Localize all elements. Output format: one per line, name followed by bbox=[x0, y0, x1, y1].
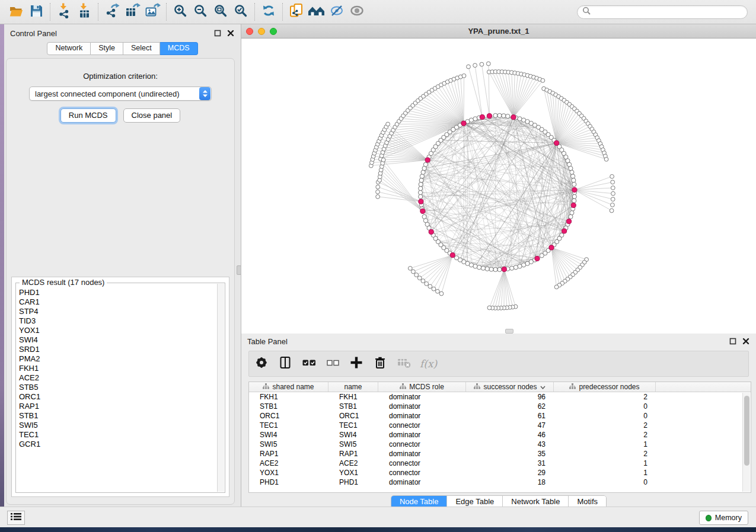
zoom-out-icon bbox=[193, 4, 208, 20]
delete-column-button[interactable] bbox=[372, 356, 388, 371]
close-panel-icon[interactable] bbox=[742, 337, 750, 345]
table-row[interactable]: PHD1PHD1dominator180 bbox=[249, 477, 751, 487]
mcds-result-item[interactable]: CAR1 bbox=[19, 297, 216, 307]
close-panel-button[interactable]: Close panel bbox=[123, 108, 181, 123]
table-row[interactable]: RAP1RAP1dominator352 bbox=[249, 449, 751, 459]
mcds-result-item[interactable]: PMA2 bbox=[19, 354, 216, 364]
column-header-name[interactable]: name bbox=[328, 382, 378, 392]
mcds-result-item[interactable]: TEC1 bbox=[19, 430, 216, 440]
mcds-result-item[interactable]: SWI5 bbox=[19, 421, 216, 430]
gear-icon bbox=[254, 355, 269, 372]
cell-name: ACE2 bbox=[328, 459, 378, 468]
tab-mcds[interactable]: MCDS bbox=[160, 42, 198, 55]
zoom-in-button[interactable] bbox=[170, 2, 190, 21]
refresh-button[interactable] bbox=[259, 2, 279, 21]
node-table-header: shared namenameMCDS rolesuccessor nodesp… bbox=[249, 382, 751, 392]
eye-slash-icon bbox=[329, 4, 344, 20]
search-input[interactable] bbox=[594, 8, 742, 16]
mcds-result-item[interactable]: ORC1 bbox=[19, 392, 216, 402]
cell-successor-nodes: 61 bbox=[466, 411, 554, 421]
mcds-result-item[interactable]: STP4 bbox=[19, 307, 216, 316]
deselect-all-button[interactable] bbox=[325, 356, 340, 371]
table-row[interactable]: SWI4SWI4dominator462 bbox=[249, 430, 751, 440]
navigator-button[interactable] bbox=[307, 2, 327, 21]
cell-mcds-role: connector bbox=[378, 421, 466, 430]
column-header-predecessor-nodes[interactable]: predecessor nodes bbox=[554, 382, 656, 392]
float-panel-icon[interactable] bbox=[729, 337, 737, 345]
float-panel-icon[interactable] bbox=[213, 29, 222, 37]
mcds-result-item[interactable]: RAP1 bbox=[19, 402, 216, 411]
floppy-disk-icon bbox=[30, 4, 43, 20]
table-row[interactable]: SWI5SWI5connector431 bbox=[249, 440, 751, 449]
export-network-button[interactable] bbox=[102, 2, 122, 21]
mcds-result-item[interactable]: FKH1 bbox=[19, 364, 216, 373]
table-scrollbar[interactable] bbox=[742, 393, 750, 492]
cell-mcds-role: connector bbox=[378, 459, 466, 468]
table-row[interactable]: FKH1FKH1dominator962 bbox=[249, 392, 751, 402]
import-network-button[interactable] bbox=[54, 2, 74, 21]
cell-shared-name: ORC1 bbox=[249, 411, 328, 421]
mcds-result-item[interactable]: STB1 bbox=[19, 411, 216, 421]
column-header-successor-nodes[interactable]: successor nodes bbox=[466, 382, 554, 392]
tab-style[interactable]: Style bbox=[91, 42, 123, 55]
mcds-list-scrollbar[interactable] bbox=[217, 284, 224, 492]
cell-shared-name: SWI4 bbox=[249, 430, 328, 440]
network-titlebar[interactable]: YPA_prune.txt_1 bbox=[241, 24, 756, 39]
zoom-out-button[interactable] bbox=[190, 2, 210, 21]
zoom-selected-button[interactable] bbox=[231, 2, 251, 21]
mcds-result-item[interactable]: SWI4 bbox=[19, 335, 216, 345]
table-row[interactable]: TEC1TEC1connector472 bbox=[249, 421, 751, 430]
table-row[interactable]: YOX1YOX1connector291 bbox=[249, 468, 751, 477]
mcds-result-item[interactable]: TID3 bbox=[19, 316, 216, 326]
import-table-button[interactable] bbox=[74, 2, 94, 21]
table-row[interactable]: STB1STB1dominator620 bbox=[249, 402, 751, 411]
cell-name: SWI4 bbox=[328, 430, 378, 440]
open-file-button[interactable] bbox=[6, 2, 26, 21]
tab-select[interactable]: Select bbox=[123, 42, 160, 55]
cell-predecessor-nodes: 1 bbox=[554, 440, 656, 449]
table-settings-button[interactable] bbox=[254, 356, 269, 371]
zoom-fit-button[interactable] bbox=[210, 2, 231, 21]
show-panels-button[interactable] bbox=[7, 511, 25, 525]
delete-table-button[interactable] bbox=[396, 356, 412, 371]
column-header-shared-name[interactable]: shared name bbox=[249, 382, 328, 392]
control-panel-title: Control Panel bbox=[10, 29, 57, 38]
mcds-result-item[interactable]: SRD1 bbox=[19, 345, 216, 354]
export-image-button[interactable] bbox=[142, 2, 162, 21]
mcds-result-item[interactable]: ACE2 bbox=[19, 373, 216, 383]
table-row[interactable]: ORC1ORC1dominator610 bbox=[249, 411, 751, 421]
optimization-criterion-value: largest connected component (undirected) bbox=[35, 89, 199, 98]
add-column-button[interactable] bbox=[349, 356, 364, 371]
horizontal-splitter-handle[interactable] bbox=[505, 329, 513, 334]
column-header-mcds-role[interactable]: MCDS role bbox=[378, 382, 466, 392]
mcds-result-item[interactable]: STB5 bbox=[19, 383, 216, 392]
select-all-button[interactable] bbox=[301, 356, 317, 371]
mcds-result-item[interactable]: GCR1 bbox=[19, 440, 216, 449]
mcds-result-item[interactable]: PHD1 bbox=[19, 288, 216, 297]
zoom-selected-icon bbox=[234, 4, 248, 20]
optimization-criterion-select[interactable]: largest connected component (undirected) bbox=[29, 86, 212, 101]
table-row[interactable]: ACE2ACE2connector311 bbox=[249, 459, 751, 468]
memory-button[interactable]: Memory bbox=[699, 511, 748, 525]
tab-network[interactable]: Network bbox=[47, 42, 91, 55]
clone-network-button[interactable] bbox=[286, 2, 307, 21]
close-panel-icon[interactable] bbox=[227, 29, 235, 37]
save-session-button[interactable] bbox=[26, 2, 46, 21]
export-table-button[interactable] bbox=[122, 2, 142, 21]
apply-function-button[interactable]: f(x) bbox=[420, 356, 437, 371]
search-box[interactable] bbox=[577, 5, 748, 19]
show-hide-panel-button[interactable] bbox=[347, 2, 367, 21]
column-label: successor nodes bbox=[483, 383, 537, 391]
cell-predecessor-nodes: 2 bbox=[554, 449, 656, 459]
network-canvas[interactable] bbox=[241, 39, 756, 334]
mcds-result-item[interactable]: YOX1 bbox=[19, 326, 216, 335]
split-columns-button[interactable] bbox=[277, 356, 293, 371]
sort-chevron-icon bbox=[540, 383, 546, 391]
cell-predecessor-nodes: 0 bbox=[554, 402, 656, 411]
hide-graphics-details-button[interactable] bbox=[327, 2, 347, 21]
run-mcds-button[interactable]: Run MCDS bbox=[60, 108, 116, 123]
toolbar-separator bbox=[282, 3, 283, 21]
cell-predecessor-nodes: 2 bbox=[554, 392, 656, 402]
open-folder-icon bbox=[9, 4, 24, 20]
table-scrollbar-thumb[interactable] bbox=[744, 396, 749, 466]
